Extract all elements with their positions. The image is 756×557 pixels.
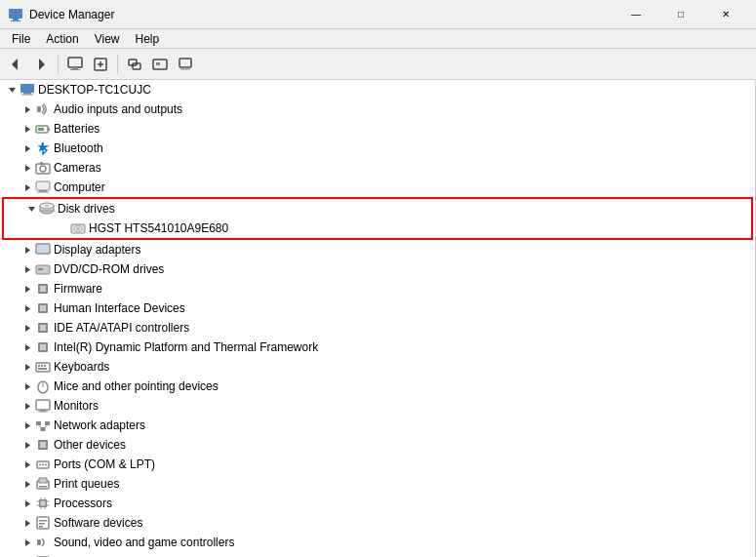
sound-label: Sound, video and game controllers: [54, 536, 234, 549]
processors-label: Processors: [54, 497, 112, 510]
maximize-button[interactable]: □: [658, 0, 703, 29]
app-icon: [8, 7, 23, 22]
svg-rect-67: [44, 365, 46, 367]
svg-rect-2: [11, 20, 20, 21]
disk-drives-highlight: Disk drives HGST HTS541010A9E680: [2, 197, 753, 240]
minimize-button[interactable]: —: [614, 0, 658, 29]
svg-rect-17: [180, 68, 190, 69]
svg-rect-77: [36, 421, 41, 425]
intel-icon: [35, 339, 51, 355]
hgst-arrow: [55, 220, 70, 236]
toolbar-show-hidden[interactable]: [89, 53, 112, 76]
toolbar-forward[interactable]: [29, 53, 53, 76]
svg-marker-3: [12, 59, 18, 70]
hid-icon: [35, 300, 51, 316]
tree-item-hid[interactable]: Human Interface Devices: [0, 298, 755, 318]
svg-marker-69: [25, 383, 30, 390]
network-label: Network adapters: [54, 418, 145, 432]
tree-item-ports[interactable]: Ports (COM & LPT): [0, 455, 755, 474]
tree-root[interactable]: DESKTOP-TC1CUJC: [0, 80, 755, 99]
svg-rect-14: [156, 62, 160, 65]
menu-help[interactable]: Help: [128, 30, 168, 48]
firmware-icon: [35, 281, 51, 297]
root-arrow: [4, 82, 20, 98]
keyboards-label: Keyboards: [54, 360, 109, 374]
ide-label: IDE ATA/ATAPI controllers: [54, 321, 189, 335]
tree-item-monitors[interactable]: Monitors: [0, 396, 755, 416]
intel-label: Intel(R) Dynamic Platform and Thermal Fr…: [54, 340, 318, 354]
toolbar-computer[interactable]: [63, 53, 87, 76]
toolbar: [0, 49, 756, 80]
tree-item-mice[interactable]: Mice and other pointing devices: [0, 377, 755, 396]
tree-item-cameras[interactable]: Cameras: [0, 158, 755, 178]
root-label: DESKTOP-TC1CUJC: [38, 83, 151, 97]
tree-item-computer[interactable]: Computer: [0, 178, 755, 197]
display-label: Display adapters: [54, 243, 140, 257]
svg-marker-45: [25, 247, 30, 254]
tree-item-bluetooth[interactable]: Bluetooth: [0, 139, 755, 158]
tree-item-diskdrives[interactable]: Disk drives: [4, 199, 751, 219]
svg-rect-68: [38, 368, 47, 370]
dvd-icon: [35, 261, 51, 277]
tree-item-processors[interactable]: Processors: [0, 494, 755, 513]
mice-arrow: [20, 378, 35, 394]
tree-item-ide[interactable]: IDE ATA/ATAPI controllers: [0, 318, 755, 338]
audio-arrow: [20, 101, 35, 117]
svg-rect-26: [48, 128, 50, 131]
svg-rect-56: [40, 305, 46, 311]
menu-file[interactable]: File: [4, 30, 38, 48]
tree-item-hgst[interactable]: HGST HTS541010A9E680: [4, 219, 751, 238]
svg-rect-64: [36, 363, 50, 372]
tree-item-batteries[interactable]: Batteries: [0, 119, 755, 139]
tree-item-printqueues[interactable]: Print queues: [0, 474, 755, 494]
tree-item-keyboards[interactable]: Keyboards: [0, 357, 755, 377]
computer-label: Computer: [54, 180, 105, 194]
svg-marker-18: [9, 88, 16, 93]
other-icon: [35, 437, 51, 453]
ide-icon: [35, 320, 51, 336]
toolbar-help[interactable]: [123, 53, 146, 76]
svg-rect-92: [39, 478, 47, 483]
sound-arrow: [20, 535, 35, 550]
svg-marker-37: [28, 207, 35, 212]
svg-marker-29: [25, 165, 30, 172]
bluetooth-arrow: [20, 140, 35, 156]
close-button[interactable]: ✕: [703, 0, 748, 29]
svg-rect-96: [41, 501, 46, 506]
svg-rect-0: [9, 9, 22, 19]
svg-marker-94: [25, 500, 30, 507]
menu-view[interactable]: View: [87, 30, 128, 48]
mice-label: Mice and other pointing devices: [54, 379, 219, 393]
tree-item-network[interactable]: Network adapters: [0, 416, 755, 435]
tree-item-other[interactable]: Other devices: [0, 435, 755, 455]
svg-marker-24: [25, 126, 30, 133]
tree-item-firmware[interactable]: Firmware: [0, 279, 755, 298]
firmware-label: Firmware: [54, 282, 102, 296]
svg-marker-110: [25, 539, 30, 546]
tree-item-dvd[interactable]: DVD/CD-ROM drives: [0, 259, 755, 279]
svg-marker-63: [25, 364, 30, 371]
tree-item-software[interactable]: Software devices: [0, 513, 755, 533]
svg-rect-27: [38, 128, 44, 131]
dvd-arrow: [20, 261, 35, 277]
tree-item-display[interactable]: Display adapters: [0, 240, 755, 259]
printqueues-arrow: [20, 476, 35, 492]
tree-item-storage[interactable]: Storage controllers: [0, 552, 755, 557]
tree-item-intel[interactable]: Intel(R) Dynamic Platform and Thermal Fr…: [0, 338, 755, 357]
svg-marker-4: [39, 59, 45, 70]
svg-rect-65: [38, 365, 40, 367]
tree-item-sound[interactable]: Sound, video and game controllers: [0, 533, 755, 552]
toolbar-refresh[interactable]: [148, 53, 172, 76]
menu-action[interactable]: Action: [38, 30, 86, 48]
tree-item-audio[interactable]: Audio inputs and outputs: [0, 99, 755, 119]
sound-icon: [35, 535, 51, 550]
svg-marker-76: [25, 422, 30, 429]
svg-marker-72: [25, 403, 30, 410]
software-icon: [35, 515, 51, 531]
toolbar-back[interactable]: [4, 53, 27, 76]
toolbar-device-screen[interactable]: [174, 53, 197, 76]
device-tree[interactable]: DESKTOP-TC1CUJC Audio inputs and outputs: [0, 80, 756, 557]
display-arrow: [20, 242, 35, 258]
ports-icon: [35, 457, 51, 472]
other-label: Other devices: [54, 438, 126, 452]
